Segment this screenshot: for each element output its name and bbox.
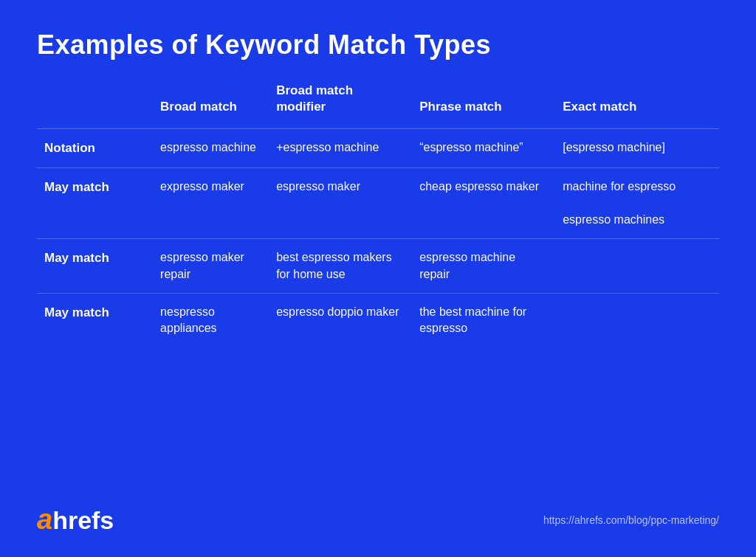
cell-broad: espresso maker repair <box>153 239 269 294</box>
cell-label: May match <box>37 167 153 238</box>
cell-label: May match <box>37 293 153 347</box>
col-header-exact: Exact match <box>555 83 719 129</box>
cell-broad_modifier: best espresso makers for home use <box>269 239 412 294</box>
table-row: May matchnespresso appliancesespresso do… <box>37 293 719 347</box>
cell-label: Notation <box>37 129 153 168</box>
footer: a hrefs https://ahrefs.com/blog/ppc-mark… <box>37 498 719 535</box>
col-header-broad-modifier: Broad match modifier <box>269 83 412 129</box>
table-wrapper: Broad match Broad match modifier Phrase … <box>37 83 719 483</box>
cell-phrase: cheap espresso maker <box>412 167 555 238</box>
cell-broad: espresso machine <box>153 129 269 168</box>
cell-phrase: espresso machine repair <box>412 239 555 294</box>
main-container: Examples of Keyword Match Types Broad ma… <box>0 0 756 557</box>
cell-label: May match <box>37 239 153 294</box>
logo: a hrefs <box>37 505 114 535</box>
col-header-broad: Broad match <box>153 83 269 129</box>
table-row: May matchexpresso makerespresso makerche… <box>37 167 719 238</box>
col-header-phrase: Phrase match <box>412 83 555 129</box>
logo-text: hrefs <box>52 506 114 535</box>
table-row: May matchespresso maker repairbest espre… <box>37 239 719 294</box>
logo-a: a <box>37 505 52 533</box>
cell-exact: [espresso machine] <box>555 129 719 168</box>
table-row: Notationespresso machine+espresso machin… <box>37 129 719 168</box>
cell-exact <box>555 239 719 294</box>
cell-broad: nespresso appliances <box>153 293 269 347</box>
cell-broad: expresso maker <box>153 167 269 238</box>
cell-broad_modifier: +espresso machine <box>269 129 412 168</box>
page-title: Examples of Keyword Match Types <box>37 30 719 60</box>
keyword-match-table: Broad match Broad match modifier Phrase … <box>37 83 719 347</box>
col-header-empty <box>37 83 153 129</box>
cell-exact <box>555 293 719 347</box>
cell-exact: machine for espressoespresso machines <box>555 167 719 238</box>
footer-url: https://ahrefs.com/blog/ppc-marketing/ <box>543 514 719 526</box>
cell-phrase: the best machine for espresso <box>412 293 555 347</box>
cell-broad_modifier: espresso maker <box>269 167 412 238</box>
cell-phrase: “espresso machine” <box>412 129 555 168</box>
cell-broad_modifier: espresso doppio maker <box>269 293 412 347</box>
